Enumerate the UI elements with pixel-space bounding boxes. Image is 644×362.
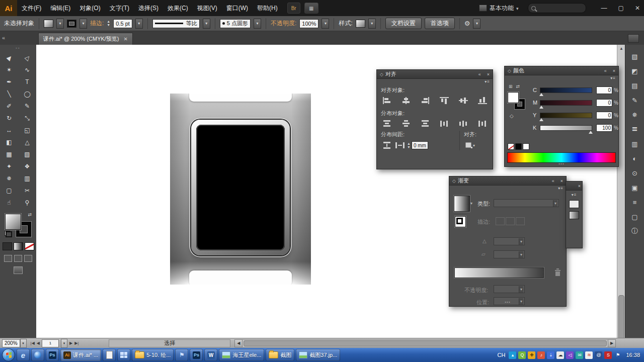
swap-colors-icon[interactable]: ⇄ xyxy=(516,84,520,89)
distribute-vcenter-button[interactable] xyxy=(400,119,412,129)
cyan-value-field[interactable]: 0 xyxy=(596,86,612,94)
mail-icon[interactable]: @ xyxy=(595,351,602,359)
fill-proxy-chip[interactable] xyxy=(5,214,21,230)
panel-resize-grip[interactable]: ••• xyxy=(558,161,564,166)
dock-stroke-icon[interactable]: 〓 xyxy=(629,124,641,135)
panel-resize-grip[interactable]: ••• xyxy=(505,300,510,304)
next-artboard-icon[interactable]: ▶ xyxy=(69,341,72,345)
black-value-field[interactable]: 100 xyxy=(596,124,612,132)
horizontal-spacing-button[interactable] xyxy=(394,140,406,150)
profile-dropdown-icon[interactable]: ▾ xyxy=(203,19,210,29)
taskbar-folder-5-10[interactable]: 5-10. 绘... xyxy=(132,349,174,361)
distribute-hcenter-button[interactable] xyxy=(457,119,469,129)
color-cube-icon[interactable]: ◇ xyxy=(510,113,532,119)
document-tab[interactable]: 课件.ai* @ 200% (CMYK/预览) ✕ xyxy=(38,33,133,45)
music-icon[interactable]: ♪ xyxy=(537,351,545,359)
tool-free-transform[interactable]: ◱ xyxy=(20,124,34,136)
swap-fill-stroke-icon[interactable]: ⇄ xyxy=(28,212,32,217)
horizontal-scroll-thumb[interactable] xyxy=(244,340,607,346)
menu-file[interactable]: 文件(F) xyxy=(17,0,46,16)
dock-brushes-icon[interactable]: ✎ xyxy=(629,95,641,106)
dock-swatches-icon[interactable]: ▤ xyxy=(629,80,641,91)
dock-symbols-icon[interactable]: ✵ xyxy=(629,109,641,120)
dock-transparency-icon[interactable]: ◐ xyxy=(629,153,641,164)
yellow-slider-thumb[interactable] xyxy=(539,118,543,121)
tool-pencil[interactable]: ✎ xyxy=(20,100,34,112)
tool-shape-builder[interactable]: ◧ xyxy=(2,136,16,148)
fill-dropdown-icon[interactable]: ▾ xyxy=(56,19,64,29)
menu-edit[interactable]: 编辑(E) xyxy=(46,0,75,16)
gradient-angle-select[interactable] xyxy=(494,237,525,245)
tool-paintbrush[interactable]: ✐ xyxy=(2,100,16,112)
tool-symbol-sprayer[interactable]: ✵ xyxy=(2,172,16,184)
style-swatch[interactable] xyxy=(356,20,365,28)
artwork-black-screen[interactable] xyxy=(196,125,285,250)
zoom-dropdown-icon[interactable]: ▾ xyxy=(20,339,27,348)
gradient-thumbnail-dropdown-icon[interactable]: ▾ xyxy=(470,201,472,206)
artwork-top-card[interactable] xyxy=(189,94,292,102)
vertical-spacing-button[interactable] xyxy=(381,140,393,150)
tool-width[interactable]: ↔ xyxy=(2,124,16,136)
tab-scroll-left-icon[interactable]: « xyxy=(2,35,5,41)
black-swatch[interactable] xyxy=(515,143,522,150)
prev-artboard-icon[interactable]: ◀ xyxy=(37,341,40,345)
align-to-dropdown[interactable]: ▾ xyxy=(464,140,476,150)
artboard-number-field[interactable]: 1 xyxy=(42,339,59,347)
close-panel-icon[interactable]: × xyxy=(487,72,490,77)
close-panel-icon[interactable]: × xyxy=(613,68,615,73)
restore-button[interactable]: ▢ xyxy=(618,5,624,12)
tray-expand-icon[interactable]: ▴ xyxy=(509,351,516,359)
panel-menu-icon[interactable]: ▾≡ xyxy=(572,193,577,197)
black-slider-thumb[interactable] xyxy=(589,131,593,134)
align-left-button[interactable] xyxy=(381,96,393,106)
tool-zoom[interactable]: ⚲ xyxy=(20,197,34,208)
taskbar-neptune-window[interactable]: 海王星ele... xyxy=(219,349,264,361)
stroke-weight-value[interactable]: 0.5 pt xyxy=(113,19,132,28)
collapse-panel-icon[interactable]: « xyxy=(552,178,554,184)
notepad-icon[interactable] xyxy=(103,349,116,361)
collapse-panel-icon[interactable]: « xyxy=(478,72,481,77)
stroke-within-button[interactable] xyxy=(496,217,505,225)
system-window-icon[interactable] xyxy=(117,349,130,361)
opacity-link[interactable]: 不透明度: xyxy=(271,19,296,28)
tool-ellipse[interactable]: ◯ xyxy=(20,88,34,100)
none-swatch[interactable] xyxy=(508,143,514,150)
last-artboard-icon[interactable]: ▶| xyxy=(74,341,78,345)
tool-hand[interactable]: ☝ xyxy=(2,197,16,208)
opacity-dropdown-icon[interactable]: ▾ xyxy=(321,19,329,29)
fill-indicator-chip[interactable] xyxy=(508,92,519,103)
menu-type[interactable]: 文字(T) xyxy=(105,0,134,16)
brush-definition-select[interactable]: 5 点圆形 xyxy=(220,19,251,28)
docked-swatch[interactable] xyxy=(569,200,579,208)
tool-column-graph[interactable]: ▥ xyxy=(20,172,34,184)
distribute-left-button[interactable] xyxy=(438,119,450,129)
qq-icon[interactable]: Q xyxy=(518,351,526,359)
align-hcenter-button[interactable] xyxy=(400,96,412,106)
photoshop-icon[interactable]: Ps xyxy=(46,349,59,361)
workspace-switcher[interactable]: 基本功能 xyxy=(479,4,519,13)
stroke-weight-stepper[interactable]: ▲▼ xyxy=(107,20,110,27)
artwork-device-frame[interactable] xyxy=(191,120,290,255)
distribute-right-button[interactable] xyxy=(476,119,489,129)
tool-perspective-grid[interactable]: △ xyxy=(20,136,34,148)
control-panel-menu-icon[interactable]: ▾ xyxy=(473,19,480,29)
align-bottom-button[interactable] xyxy=(476,96,489,106)
control-panel-gear-icon[interactable]: ⚙ xyxy=(464,20,470,27)
dock-info-icon[interactable]: ⓘ xyxy=(629,226,641,237)
artwork-gradient-strip[interactable] xyxy=(170,94,311,285)
docked-gradient-swatch[interactable] xyxy=(569,211,579,219)
stroke-link[interactable]: 描边: xyxy=(90,19,104,28)
gradient-slider-bar[interactable] xyxy=(454,267,544,278)
taskbar-screenshot-image[interactable]: 截图37.jp... xyxy=(296,349,340,361)
photoshop-window-icon[interactable]: Ps xyxy=(190,349,203,361)
antivirus-icon[interactable]: ✚ xyxy=(528,351,535,359)
browser-icon[interactable] xyxy=(31,349,44,361)
default-fill-stroke-icon[interactable] xyxy=(5,231,12,237)
fill-color-swatch[interactable] xyxy=(44,20,53,28)
dock-artboards-icon[interactable]: ▢ xyxy=(629,211,641,222)
menu-window[interactable]: 窗口(W) xyxy=(222,0,253,16)
draw-behind-button[interactable] xyxy=(14,255,22,262)
tool-artboard[interactable]: ▢ xyxy=(2,185,16,196)
red-flag-icon[interactable]: ⚑ xyxy=(614,351,621,359)
brush-dropdown-icon[interactable]: ▾ xyxy=(254,19,261,29)
